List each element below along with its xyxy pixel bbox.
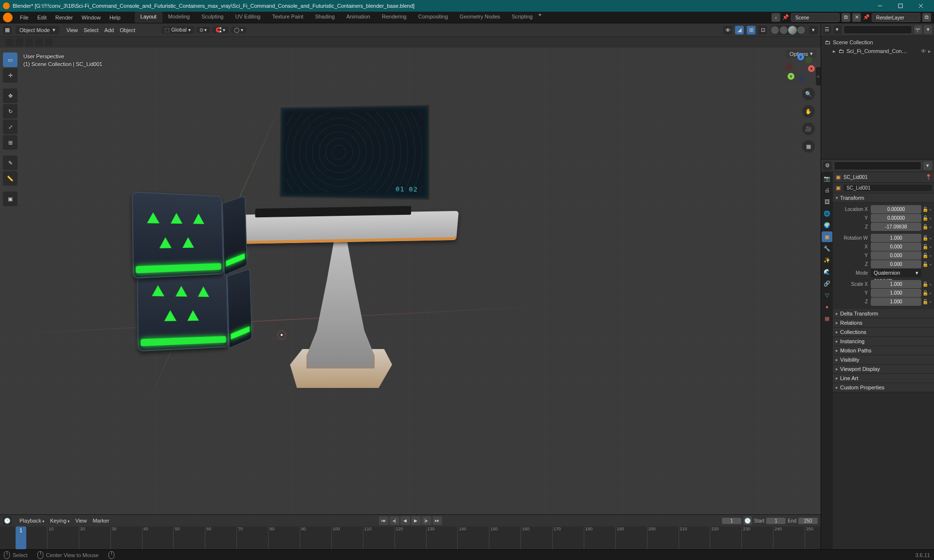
lock-icon[interactable]: 🔓 xyxy=(922,253,928,258)
outliner-filter-button[interactable]: 🝖 xyxy=(914,25,922,34)
workspace-tab-layout[interactable]: Layout xyxy=(135,12,162,23)
workspace-tab-modeling[interactable]: Modeling xyxy=(162,12,196,23)
panel-instancing-header[interactable]: ▸Instancing xyxy=(833,337,934,346)
properties-editor-type-icon[interactable]: ⚙ xyxy=(823,161,832,170)
panel-line-art-header[interactable]: ▸Line Art xyxy=(833,374,934,383)
play-button[interactable]: ▶ xyxy=(411,516,421,525)
menu-help[interactable]: Help xyxy=(105,12,125,23)
orientation-dropdown[interactable]: ⬚Global ▾ xyxy=(162,26,194,34)
tool-move[interactable]: ✥ xyxy=(3,88,18,103)
nav-zoom-icon[interactable]: 🔍 xyxy=(802,88,815,100)
select-mode-extra2[interactable] xyxy=(45,38,53,46)
rotation-w-field[interactable]: 1.000 xyxy=(871,234,921,242)
outliner-editor-type-icon[interactable]: ☰ xyxy=(823,25,831,34)
properties-tab-world[interactable]: 🌍 xyxy=(822,220,832,230)
viewport-menu-add[interactable]: Add xyxy=(102,26,117,34)
prev-key-button[interactable]: ◂| xyxy=(390,516,399,525)
menu-render[interactable]: Render xyxy=(51,12,77,23)
axis-neg-x-icon[interactable] xyxy=(786,63,792,70)
select-mode-edge[interactable] xyxy=(16,38,23,46)
blender-logo-icon[interactable] xyxy=(3,13,13,22)
tool-annotate[interactable]: ✎ xyxy=(3,156,18,170)
timeline-ruler[interactable]: 1 10203040506070809010011012013014015016… xyxy=(0,526,821,549)
timeline-editor-type-icon[interactable]: 🕒 xyxy=(3,516,12,525)
viewport-3d[interactable]: Options▾ User Perspective (1) Scene Coll… xyxy=(0,48,821,514)
nav-gizmo[interactable]: Z X Y xyxy=(786,53,815,83)
timeline-playhead[interactable]: 1 xyxy=(16,526,26,549)
axis-neg-y-icon[interactable] xyxy=(805,56,812,63)
menu-edit[interactable]: Edit xyxy=(33,12,51,23)
menu-window[interactable]: Window xyxy=(77,12,105,23)
menu-file[interactable]: File xyxy=(16,12,33,23)
properties-tab-modifier[interactable]: 🔧 xyxy=(822,243,832,254)
scene-new-button[interactable]: ✕ xyxy=(852,13,861,22)
scale-z-field[interactable]: 1.000 xyxy=(871,298,921,306)
workspace-tab-animation[interactable]: Animation xyxy=(341,12,376,23)
workspace-tab-texture-paint[interactable]: Texture Paint xyxy=(266,12,309,23)
properties-tab-material[interactable]: ● xyxy=(822,301,832,312)
properties-tab-particle[interactable]: ✨ xyxy=(822,255,832,265)
lock-icon[interactable]: 🔓 xyxy=(922,244,928,249)
panel-visibility-header[interactable]: ▸Visibility xyxy=(833,355,934,365)
scene-name-field[interactable]: Scene xyxy=(791,13,840,22)
properties-tab-scene[interactable]: 🌐 xyxy=(822,208,832,219)
lock-icon[interactable]: 🔓 xyxy=(922,299,928,304)
rotation-z-field[interactable]: 0.000 xyxy=(871,260,921,268)
workspace-tab-scripting[interactable]: Scripting xyxy=(506,12,539,23)
timeline-menu-view[interactable]: View xyxy=(72,517,90,525)
rotation-x-field[interactable]: 0.000 xyxy=(871,243,921,251)
shading-solid[interactable] xyxy=(780,26,788,34)
axis-y-icon[interactable]: Y xyxy=(788,73,794,80)
workspace-tab-geometry-nodes[interactable]: Geometry Nodes xyxy=(454,12,506,23)
rotation-y-field[interactable]: 0.000 xyxy=(871,251,921,260)
scene-browse-button[interactable]: ⧉ xyxy=(842,13,850,22)
axis-x-icon[interactable]: X xyxy=(808,65,815,72)
renderlayer-field[interactable]: RenderLayer xyxy=(872,13,920,22)
breadcrumb-object-name[interactable]: SC_Lid001 xyxy=(844,175,867,180)
outliner-scene-collection[interactable]: 🗀 Scene Collection xyxy=(823,38,932,47)
tool-measure[interactable]: 📏 xyxy=(3,171,18,186)
disclosure-icon[interactable]: ▸ xyxy=(833,48,836,54)
jump-end-button[interactable]: ⏭ xyxy=(432,516,442,525)
properties-tab-constraint[interactable]: 🔗 xyxy=(822,278,832,289)
panel-viewport-display-header[interactable]: ▸Viewport Display xyxy=(833,365,934,374)
properties-tab-output[interactable]: 🖨 xyxy=(822,185,832,195)
viewlayer-pin-icon[interactable]: 📌 xyxy=(863,14,870,20)
viewport-menu-object[interactable]: Object xyxy=(117,26,138,34)
editor-type-icon[interactable]: ▦ xyxy=(3,26,12,35)
tool-select-box[interactable]: ▭ xyxy=(3,52,18,67)
close-button[interactable] xyxy=(911,0,931,12)
tool-cursor[interactable]: ✛ xyxy=(3,68,18,83)
tool-rotate[interactable]: ↻ xyxy=(3,104,18,119)
outliner-search-input[interactable] xyxy=(844,25,912,34)
shading-options-dropdown[interactable]: ▾ xyxy=(809,26,818,35)
properties-tab-texture[interactable]: ▦ xyxy=(822,313,832,324)
workspace-tab-shading[interactable]: Shading xyxy=(309,12,341,23)
lock-icon[interactable]: 🔓 xyxy=(922,281,928,287)
back-icon[interactable]: ‹ xyxy=(772,13,780,22)
nav-pan-icon[interactable]: ✋ xyxy=(802,105,815,118)
end-frame-field[interactable]: 250 xyxy=(798,518,818,524)
panel-relations-header[interactable]: ▸Relations xyxy=(833,318,934,328)
workspace-tab-rendering[interactable]: Rendering xyxy=(376,12,413,23)
tool-scale[interactable]: ⤢ xyxy=(3,120,18,134)
timeline-menu-playback[interactable]: Playback ▾ xyxy=(17,517,47,525)
jump-start-button[interactable]: ⏮ xyxy=(379,516,389,525)
snap-toggle[interactable]: 🧲 ▾ xyxy=(213,27,228,33)
scale-y-field[interactable]: 1.000 xyxy=(871,289,921,297)
next-key-button[interactable]: |▸ xyxy=(422,516,431,525)
workspace-tab-sculpting[interactable]: Sculpting xyxy=(196,12,229,23)
visibility-dropdown[interactable]: 👁 xyxy=(723,26,732,35)
location-y-field[interactable]: 0.00000 xyxy=(871,214,921,222)
panel-custom-properties-header[interactable]: ▸Custom Properties xyxy=(833,383,934,392)
gizmo-toggle[interactable]: ◢ xyxy=(735,26,744,35)
maximize-button[interactable] xyxy=(890,0,911,12)
scene-pin-icon[interactable]: 📌 xyxy=(782,14,789,20)
restrict-icon[interactable]: ▸ xyxy=(928,48,931,54)
panel-motion-paths-header[interactable]: ▸Motion Paths xyxy=(833,346,934,355)
panel-transform-header[interactable]: ▾ Transform xyxy=(833,193,934,203)
play-reverse-button[interactable]: ◀ xyxy=(400,516,410,525)
outliner-display-mode[interactable]: ▾ xyxy=(833,25,842,34)
current-frame-field[interactable]: 1 xyxy=(722,518,741,524)
datablock-name-field[interactable]: SC_Lid001 xyxy=(844,185,932,191)
